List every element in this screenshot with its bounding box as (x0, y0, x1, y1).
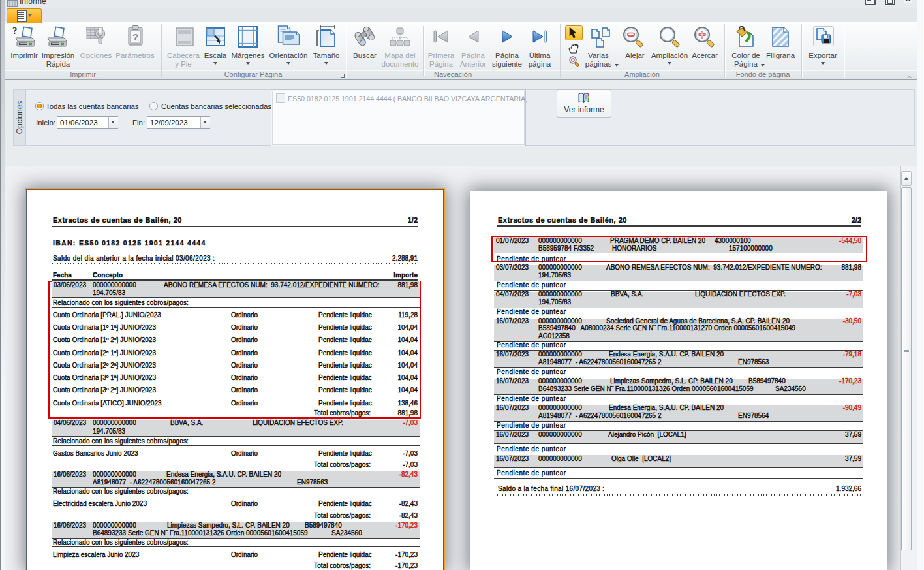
svg-text:?: ? (132, 31, 138, 42)
svg-text:?: ? (12, 25, 18, 36)
